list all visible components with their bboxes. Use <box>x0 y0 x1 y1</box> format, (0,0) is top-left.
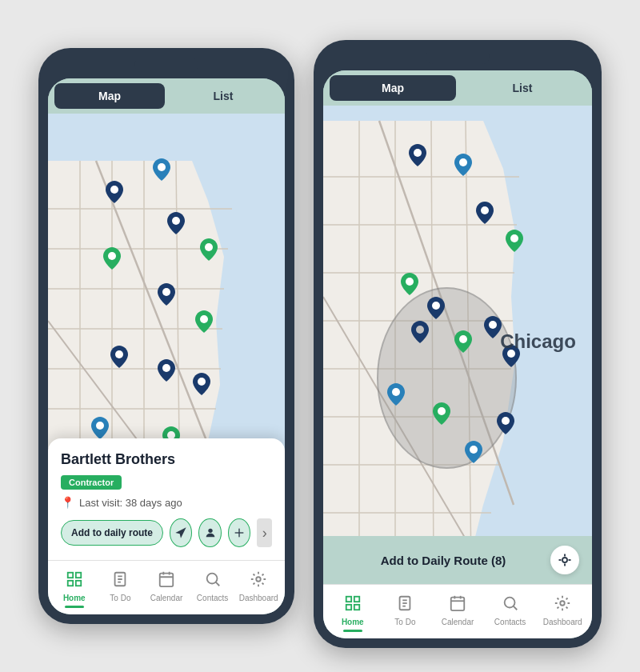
right-tab-map[interactable]: Map <box>330 75 456 101</box>
svg-point-62 <box>414 149 422 157</box>
rpin-green-3[interactable] <box>454 330 472 353</box>
rpin-dark-1[interactable] <box>409 144 426 166</box>
right-map-area[interactable]: Chicago Add to Daily Route (8) <box>323 106 592 584</box>
pin-blue-2[interactable] <box>91 417 109 439</box>
pin-dark-4[interactable] <box>110 346 128 368</box>
popup-card: Bartlett Brothers Contractor 📍 Last visi… <box>48 438 285 560</box>
svg-point-67 <box>432 302 440 310</box>
pin-dark-2[interactable] <box>167 212 185 234</box>
right-phone: Map List <box>314 40 602 648</box>
left-tab-bar: Map List <box>48 78 285 114</box>
todo-icon <box>111 570 129 592</box>
action-row: Add to daily route › <box>61 518 272 547</box>
svg-point-25 <box>198 378 206 386</box>
left-nav-dashboard-label: Dashboard <box>239 594 278 602</box>
svg-point-69 <box>459 335 467 343</box>
svg-point-75 <box>502 417 510 425</box>
location-button[interactable] <box>550 546 579 574</box>
rpin-blue-2[interactable] <box>387 383 405 406</box>
right-contacts-icon <box>502 594 519 616</box>
contacts-icon <box>204 570 222 592</box>
left-nav-contacts[interactable]: Contacts <box>190 567 236 611</box>
svg-point-74 <box>470 446 478 454</box>
rpin-dark-4[interactable] <box>484 316 502 338</box>
add-button[interactable] <box>228 518 250 547</box>
rpin-blue-3[interactable] <box>465 441 482 463</box>
svg-point-43 <box>206 574 217 584</box>
city-label: Chicago <box>500 330 576 353</box>
rpin-green-1[interactable] <box>506 230 523 252</box>
right-nav-dashboard[interactable]: Dashboard <box>536 591 589 635</box>
left-nav-home-label: Home <box>63 594 86 602</box>
right-nav-dashboard-label: Dashboard <box>543 618 582 626</box>
right-nav-calendar[interactable]: Calendar <box>431 591 484 635</box>
left-phone-screen: Map List <box>48 78 285 614</box>
right-phone-notch <box>426 50 490 64</box>
add-to-route-button[interactable]: Add to daily route <box>61 520 163 546</box>
right-nav-home[interactable]: Home <box>326 591 379 635</box>
pin-dark-5[interactable] <box>158 359 175 382</box>
right-nav-todo-label: To Do <box>394 618 415 626</box>
svg-point-64 <box>481 206 489 214</box>
left-nav-dashboard[interactable]: Dashboard <box>235 567 282 611</box>
right-tab-list[interactable]: List <box>459 75 586 101</box>
rpin-dark-6[interactable] <box>497 412 514 434</box>
left-tab-map[interactable]: Map <box>54 83 165 109</box>
last-visit: 📍 Last visit: 38 days ago <box>61 496 272 509</box>
pin-blue-1[interactable] <box>153 158 170 181</box>
svg-point-22 <box>200 315 208 323</box>
svg-point-95 <box>560 601 565 606</box>
left-nav-todo-label: To Do <box>110 594 130 602</box>
add-route-bar: Add to Daily Route (8) <box>323 536 592 584</box>
pin-dark-6[interactable] <box>193 373 210 395</box>
svg-point-68 <box>416 326 424 334</box>
svg-rect-89 <box>451 598 465 611</box>
rpin-dark-3[interactable] <box>427 297 445 319</box>
left-map-area[interactable]: Bartlett Brothers Contractor 📍 Last visi… <box>48 114 285 560</box>
right-calendar-icon <box>449 594 466 616</box>
more-button[interactable]: › <box>257 518 272 547</box>
pin-dark-3[interactable] <box>158 283 175 306</box>
left-nav-todo[interactable]: To Do <box>98 567 144 611</box>
pin-green-2[interactable] <box>103 247 121 270</box>
left-phone-notch <box>134 58 198 72</box>
svg-line-94 <box>513 606 517 610</box>
left-nav-home[interactable]: Home <box>51 567 98 611</box>
svg-point-16 <box>110 186 118 194</box>
rpin-dark-2[interactable] <box>476 202 494 224</box>
svg-rect-30 <box>235 532 244 533</box>
svg-point-93 <box>504 598 514 608</box>
right-nav-todo[interactable]: To Do <box>379 591 432 635</box>
pin-dark-1[interactable] <box>106 181 123 203</box>
location-icon: 📍 <box>61 496 74 509</box>
pin-green-3[interactable] <box>195 310 213 333</box>
left-nav-calendar-label: Calendar <box>150 594 183 602</box>
svg-point-76 <box>562 558 567 562</box>
rpin-blue-1[interactable] <box>454 154 472 176</box>
left-nav-calendar[interactable]: Calendar <box>143 567 190 611</box>
svg-rect-83 <box>346 605 351 610</box>
left-nav-contacts-label: Contacts <box>197 594 228 602</box>
svg-rect-32 <box>76 573 81 578</box>
pin-green-1[interactable] <box>200 238 218 261</box>
right-nav-contacts[interactable]: Contacts <box>484 591 537 635</box>
svg-point-73 <box>438 407 446 415</box>
contractor-badge: Contractor <box>61 475 122 490</box>
svg-point-18 <box>172 217 180 225</box>
left-tab-list[interactable]: List <box>168 83 278 109</box>
svg-rect-39 <box>160 574 174 587</box>
svg-point-66 <box>406 278 414 286</box>
home-icon <box>66 570 83 592</box>
rpin-dark-selected[interactable] <box>411 321 429 343</box>
right-tab-bar: Map List <box>323 70 592 106</box>
right-nav-contacts-label: Contacts <box>494 618 526 626</box>
svg-point-70 <box>489 321 497 329</box>
add-route-button[interactable]: Add to Daily Route (8) <box>336 554 550 567</box>
navigate-button[interactable] <box>170 518 192 547</box>
right-bottom-nav: Home To Do Calendar Contacts <box>323 584 592 638</box>
right-todo-icon <box>396 594 414 616</box>
rpin-green-2[interactable] <box>401 273 418 295</box>
rpin-green-4[interactable] <box>433 402 450 425</box>
contact-button[interactable] <box>198 518 221 547</box>
right-nav-home-label: Home <box>342 618 364 626</box>
